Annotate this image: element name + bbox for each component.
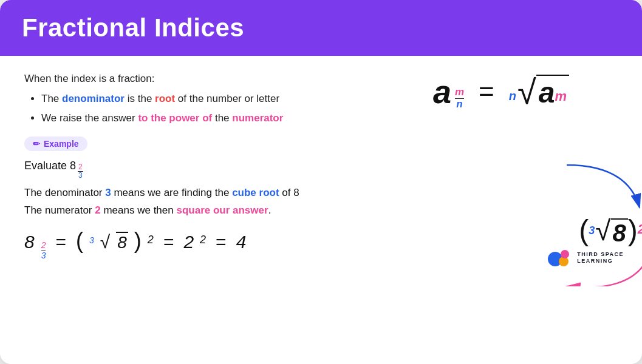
- el2-square: square our answer: [176, 204, 268, 216]
- svg-point-4: [561, 250, 569, 258]
- el1-prefix: The denominator: [24, 187, 105, 198]
- formula-a: a: [433, 73, 451, 110]
- ff-pow2: 2: [148, 234, 154, 246]
- bullet2-middle: the: [212, 112, 232, 124]
- example-badge: ✏ Example: [24, 136, 87, 151]
- el1-num: 3: [105, 187, 111, 198]
- diagram-expression: ( 3 √ 8 ) 2: [579, 214, 642, 247]
- bullet-2: We raise the answer to the power of the …: [41, 110, 618, 126]
- logo-line2: LEARNING: [577, 258, 624, 265]
- content-area: a m n = n √ a m When the index is a frac…: [0, 56, 642, 277]
- bullet1-middle: is the: [125, 93, 155, 104]
- el1-cuberoot: cube root: [232, 187, 279, 198]
- radical-power: m: [555, 89, 567, 104]
- page-title: Fractional Indices: [22, 13, 620, 42]
- formula-left: a m n: [433, 73, 464, 110]
- el1-suffix: of 8: [279, 187, 299, 198]
- bullet1-denominator: denominator: [62, 93, 125, 104]
- ff-two: 2: [183, 232, 194, 252]
- formula-equals: =: [479, 76, 494, 107]
- formula-numerator: m: [455, 87, 464, 99]
- ff-eq3: =: [216, 232, 227, 252]
- el2-prefix: The numerator: [24, 204, 95, 216]
- diag-power: 2: [638, 221, 642, 237]
- main-formula: a m n = n √ a m: [433, 73, 569, 110]
- diag-eight: 8: [613, 220, 626, 247]
- ff-sqrt: √: [100, 232, 110, 252]
- main-card: Fractional Indices a m n = n √ a m: [0, 0, 642, 364]
- ff-den: 3: [41, 251, 46, 260]
- el1-middle: means we are finding the: [111, 187, 232, 198]
- ff-radical: 8: [116, 232, 128, 252]
- bullet1-suffix: of the number or letter: [175, 93, 279, 104]
- diag-n: 3: [589, 224, 595, 237]
- diag-lparen: (: [579, 214, 589, 247]
- diagram-area: ( 3 √ 8 ) 2: [542, 177, 609, 211]
- eval-numerator: 2: [78, 163, 83, 172]
- ff-four: 4: [236, 232, 247, 252]
- bullet2-power: to the power of: [138, 112, 212, 124]
- bullet1-prefix: The: [41, 93, 62, 104]
- diag-radical-content: 8: [611, 218, 628, 247]
- logo-text: THIRD SPACE LEARNING: [577, 251, 624, 265]
- ff-lparen1: (: [76, 228, 83, 254]
- el2-num: 2: [95, 204, 100, 216]
- radical-content: a m: [536, 75, 569, 109]
- radical-symbol: √: [517, 75, 536, 109]
- ff-eight: 8: [117, 233, 127, 252]
- tsl-logo-svg: [545, 248, 572, 268]
- header: Fractional Indices: [0, 0, 642, 56]
- logo-line1: THIRD SPACE: [577, 251, 624, 258]
- ff-root-n: 3: [89, 235, 94, 245]
- bullet1-root: root: [155, 93, 175, 104]
- eval-denominator: 3: [78, 172, 83, 180]
- ff-rparen1: ): [134, 228, 142, 254]
- logo-area: THIRD SPACE LEARNING: [545, 248, 624, 268]
- ff-eq2: =: [163, 232, 174, 252]
- ff-num: 2: [41, 241, 46, 251]
- diag-rparen: ): [628, 214, 638, 247]
- ff-pow2b: 2: [200, 234, 206, 246]
- ff-frac: 2 3: [41, 241, 46, 260]
- bullet2-prefix: We raise the answer: [41, 112, 138, 124]
- evaluate-prefix: Evaluate 8: [24, 160, 76, 172]
- ff-8: 8: [24, 232, 35, 252]
- bullet2-numerator: numerator: [232, 112, 283, 124]
- formula-right: n √ a m: [509, 75, 569, 109]
- el2-period: .: [268, 204, 271, 216]
- formula-fraction: m n: [455, 87, 464, 110]
- radical-base: a: [539, 76, 555, 109]
- el2-middle: means we then: [101, 204, 177, 216]
- pencil-icon: ✏: [33, 139, 40, 149]
- ff-eq1: =: [55, 232, 66, 252]
- example-label: Example: [44, 139, 79, 149]
- formula-root-index: n: [509, 89, 516, 103]
- diag-sqrt: √: [595, 214, 610, 247]
- logo-icon: [545, 248, 572, 268]
- formula-denominator: n: [456, 99, 462, 110]
- evaluate-exponent: 2 3: [78, 163, 83, 180]
